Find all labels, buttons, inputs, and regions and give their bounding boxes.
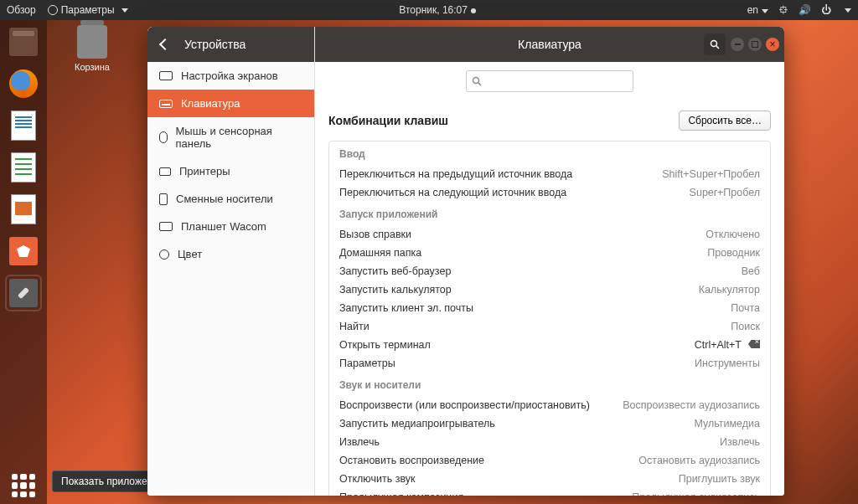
chevron-down-icon xyxy=(845,8,851,13)
shortcut-action: Переключиться на предыдущий источник вво… xyxy=(339,168,572,180)
shortcut-binding: Извлечь xyxy=(720,436,760,448)
shortcut-row[interactable]: Запустить веб-браузерВеб xyxy=(329,262,770,280)
launcher-files[interactable] xyxy=(5,23,42,60)
lang-indicator[interactable]: en xyxy=(747,4,768,16)
window-close-button[interactable] xyxy=(766,38,779,51)
sidebar-item-color[interactable]: Цвет xyxy=(147,240,314,268)
gear-icon xyxy=(48,5,58,15)
presentation-icon xyxy=(11,194,36,224)
shortcut-binding: Инструменты xyxy=(695,357,760,369)
sidebar-item-monitor[interactable]: Настройка экранов xyxy=(147,62,314,90)
shortcut-search-field[interactable] xyxy=(487,75,628,87)
shortcut-row[interactable]: ИзвлечьИзвлечь xyxy=(329,433,770,451)
shortcut-binding: Ctrl+Alt+T xyxy=(695,339,760,351)
shortcut-row[interactable]: Вызов справкиОтключено xyxy=(329,225,770,244)
settings-icon xyxy=(9,279,38,307)
usb-icon xyxy=(159,193,168,205)
launcher-writer[interactable] xyxy=(5,107,42,144)
shortcut-binding: Проводник xyxy=(707,247,760,259)
sidebar-item-label: Цвет xyxy=(178,248,202,260)
shortcut-row[interactable]: Запустить калькуляторКалькулятор xyxy=(329,280,770,299)
main-header: Клавиатура xyxy=(315,27,784,62)
shortcuts-panel: ВводПереключиться на предыдущий источник… xyxy=(328,141,771,496)
shortcut-binding: Отключено xyxy=(706,229,760,240)
shortcut-binding: Приглушить звук xyxy=(679,473,760,485)
sidebar-item-label: Мышь и сенсорная панель xyxy=(176,125,303,150)
launcher-software[interactable] xyxy=(5,233,42,270)
reset-all-button[interactable]: Сбросить все… xyxy=(679,111,771,131)
document-icon xyxy=(11,111,36,141)
volume-icon[interactable]: 🔊 xyxy=(799,4,811,16)
shortcut-row[interactable]: Переключиться на предыдущий источник вво… xyxy=(329,165,770,183)
shortcut-search-input[interactable] xyxy=(466,70,633,92)
app-menu[interactable]: Параметры xyxy=(48,4,128,16)
activities-button[interactable]: Обзор xyxy=(7,4,36,16)
network-icon[interactable]: ⯐ xyxy=(778,4,788,16)
sidebar-item-mouse[interactable]: Мышь и сенсорная панель xyxy=(147,117,314,157)
shortcut-row[interactable]: Переключиться на следующий источник ввод… xyxy=(329,183,770,202)
color-icon xyxy=(159,249,169,260)
section-title: Комбинации клавиш xyxy=(328,114,448,127)
shortcut-binding: Мультимедиа xyxy=(694,418,760,429)
shortcut-action: Переключиться на следующий источник ввод… xyxy=(339,187,566,198)
sidebar-item-label: Сменные носители xyxy=(176,193,273,205)
shortcut-action: Найти xyxy=(339,321,370,332)
shortcut-row[interactable]: ПараметрыИнструменты xyxy=(329,354,770,373)
shortcut-group-header: Запуск приложений xyxy=(329,202,770,225)
back-button[interactable] xyxy=(154,33,176,55)
files-icon xyxy=(9,28,38,56)
shortcut-binding: Предыдущая аудиозапись xyxy=(632,491,760,496)
power-icon[interactable]: ⏻ xyxy=(821,4,831,16)
sidebar-item-printer[interactable]: Принтеры xyxy=(147,157,314,185)
app-menu-label: Параметры xyxy=(61,4,115,16)
shortcut-binding: Калькулятор xyxy=(699,284,760,296)
shortcut-row[interactable]: Запустить клиент эл. почтыПочта xyxy=(329,299,770,317)
shortcut-action: Остановить воспроизведение xyxy=(339,455,484,466)
shortcut-group-header: Ввод xyxy=(329,141,770,165)
shortcut-row[interactable]: Запустить медиапроигрывательМультимедиа xyxy=(329,414,770,433)
shortcut-action: Извлечь xyxy=(339,436,380,448)
shortcut-group-header: Звук и носители xyxy=(329,373,770,396)
window-maximize-button[interactable] xyxy=(748,38,762,51)
chevron-down-icon xyxy=(762,9,768,13)
shortcut-binding: Почта xyxy=(731,302,760,314)
shortcut-row[interactable]: Воспроизвести (или воспроизвести/приоста… xyxy=(329,396,770,414)
launcher-impress[interactable] xyxy=(5,191,42,228)
sidebar-item-label: Клавиатура xyxy=(181,97,240,110)
shortcut-row[interactable]: НайтиПоиск xyxy=(329,317,770,336)
software-center-icon xyxy=(9,237,38,265)
shortcut-row[interactable]: Открыть терминалCtrl+Alt+T xyxy=(329,336,770,354)
sidebar-item-keyboard[interactable]: Клавиатура xyxy=(147,90,314,117)
search-icon xyxy=(472,76,482,86)
sidebar-item-tablet[interactable]: Планшет Wacom xyxy=(147,213,314,240)
top-menubar: Обзор Параметры Вторник, 16:07 en ⯐ 🔊 ⏻ xyxy=(0,0,858,20)
desktop-trash[interactable]: Корзина xyxy=(67,25,117,72)
chevron-down-icon xyxy=(121,8,128,13)
shortcut-row[interactable]: Отключить звукПриглушить звук xyxy=(329,470,770,488)
launcher-calc[interactable] xyxy=(5,149,42,186)
shortcut-action: Запустить веб-браузер xyxy=(339,265,451,277)
shortcut-action: Воспроизвести (или воспроизвести/приоста… xyxy=(339,399,590,411)
shortcut-row[interactable]: Предыдущая композицияПредыдущая аудиозап… xyxy=(329,488,770,496)
trash-icon xyxy=(77,25,107,59)
shortcut-binding: Остановить аудиозапись xyxy=(638,455,760,466)
shortcut-action: Открыть терминал xyxy=(339,339,431,351)
launcher-settings[interactable] xyxy=(5,275,42,311)
shortcut-row[interactable]: Остановить воспроизведениеОстановить ауд… xyxy=(329,451,770,470)
tablet-icon xyxy=(159,222,173,231)
shortcut-binding: Поиск xyxy=(731,321,760,332)
svg-line-1 xyxy=(716,46,719,49)
window-minimize-button[interactable] xyxy=(731,38,744,51)
launcher-firefox[interactable] xyxy=(5,65,42,102)
sidebar-item-usb[interactable]: Сменные носители xyxy=(147,185,314,213)
backspace-icon[interactable] xyxy=(748,340,760,348)
shortcut-row[interactable]: Домашняя папкаПроводник xyxy=(329,244,770,262)
clock[interactable]: Вторник, 16:07 xyxy=(399,4,476,16)
sidebar-header: Устройства xyxy=(147,27,314,62)
settings-sidebar: Устройства Настройка экрановКлавиатураМы… xyxy=(147,27,315,496)
search-button[interactable] xyxy=(704,33,726,55)
show-apps-button[interactable] xyxy=(5,467,42,504)
mouse-icon xyxy=(159,131,168,143)
trash-label: Корзина xyxy=(75,62,110,72)
shortcut-action: Предыдущая композиция xyxy=(339,491,463,496)
